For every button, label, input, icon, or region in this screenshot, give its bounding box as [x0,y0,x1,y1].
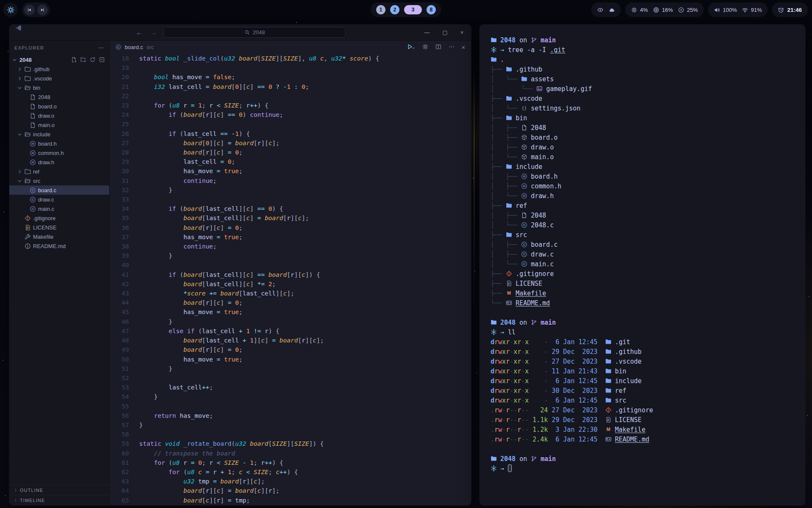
code-line-36[interactable]: 36 board[r][c] = 0; [110,223,471,232]
code-line-51[interactable]: 51 } [110,364,471,373]
code-line-65[interactable]: 65 board[c][r] = tmp; [110,496,471,505]
minimize-button[interactable]: — [424,29,430,36]
code-line-64[interactable]: 64 board[r][c] = board[c][r]; [110,486,471,495]
code-line-40[interactable]: 40 [110,260,471,270]
code-line-38[interactable]: 38 continue; [110,242,471,251]
refresh-button[interactable] [90,57,96,63]
outline-panel[interactable]: OUTLINE [9,485,109,495]
code-line-29[interactable]: 29 last_cell = 0; [110,157,471,166]
explorer-item-main.c[interactable]: Cmain.c [9,204,109,213]
weather-widget[interactable] [591,3,621,17]
explorer-item-Makefile[interactable]: Makefile [9,232,109,241]
explorer-item-2048[interactable]: 2048 [9,92,109,102]
new-folder-button[interactable] [80,57,86,63]
explorer-item-2048[interactable]: 2048 [9,55,109,64]
code-line-31[interactable]: 31 continue; [110,176,471,185]
code-line-62[interactable]: 62 for (u8 c = r + 1; c < SIZE; c++) { [110,467,471,477]
vscode-titlebar[interactable]: ← → 2048 — ▢ × [9,25,471,41]
explorer-item-ref[interactable]: ref [9,167,109,176]
launcher-button[interactable] [3,3,18,17]
system-stats-widget[interactable]: 4% 16% 25% [625,3,704,17]
explorer-item-main.o[interactable]: main.o [9,120,109,130]
media-next-button[interactable] [37,5,48,15]
code-line-45[interactable]: 45 has_move = true; [110,307,471,317]
explorer-item-include[interactable]: include [9,130,109,139]
explorer-item-draw.o[interactable]: draw.o [9,111,109,120]
media-previous-button[interactable] [24,5,35,15]
code-line-23[interactable]: 23 for (u8 r = 1; r < SIZE; r++) { [110,101,471,110]
code-line-37[interactable]: 37 has_move = true; [110,232,471,242]
code-line-30[interactable]: 30 has_move = true; [110,166,471,176]
code-line-22[interactable]: 22 [110,91,471,101]
maximize-button[interactable]: ▢ [442,29,447,36]
code-line-61[interactable]: 61 for (u8 r = 0; r < SIZE - 1; r++) { [110,458,471,467]
code-line-49[interactable]: 49 board[r][c] = 0; [110,345,471,354]
explorer-item-board.c[interactable]: Cboard.c [9,185,109,195]
code-line-60[interactable]: 60 // transpose the board [110,449,471,458]
code-line-48[interactable]: 48 board[last_cell + 1][c] = board[r][c]… [110,336,471,345]
explorer-item-README.md[interactable]: README.md [9,241,109,251]
workspace-3[interactable]: 3 [404,5,422,14]
code-line-33[interactable]: 33 [110,195,471,204]
explorer-item-.github[interactable]: .github [9,64,109,74]
explorer-more-button[interactable] [98,45,104,51]
explorer-item-draw.h[interactable]: Hdraw.h [9,157,109,167]
explorer-item-.gitignore[interactable]: .gitignore [9,213,109,223]
breadcrumb-dir[interactable]: src [146,44,154,50]
split-editor-button[interactable] [435,44,442,50]
code-line-26[interactable]: 26 if (last_cell == -1) { [110,129,471,138]
code-line-56[interactable]: 56 return has_move; [110,411,471,420]
close-window-button[interactable]: × [460,29,464,36]
code-line-47[interactable]: 47 else if (last_cell + 1 != r) { [110,326,471,336]
code-line-35[interactable]: 35 board[last_cell][c] = board[r][c]; [110,213,471,223]
code-line-39[interactable]: 39 } [110,251,471,260]
code-line-34[interactable]: 34 if (board[last_cell][c] == 0) { [110,204,471,213]
editor-settings-button[interactable] [422,44,428,50]
explorer-item-src[interactable]: src [9,176,109,185]
code-line-53[interactable]: 53 last_cell++; [110,383,471,392]
explorer-item-draw.c[interactable]: Cdraw.c [9,195,109,204]
new-file-button[interactable] [71,57,77,63]
explorer-item-common.h[interactable]: Hcommon.h [9,148,109,157]
explorer-item-board.h[interactable]: Hboard.h [9,139,109,148]
terminal-window[interactable]: 2048 on main→ tree -a -I .git.├── .githu… [480,25,805,505]
breadcrumb-file[interactable]: board.c [125,44,143,50]
explorer-item-board.o[interactable]: board.o [9,102,109,111]
command-center-search[interactable]: 2048 [164,27,346,38]
code-line-28[interactable]: 28 board[r][c] = 0; [110,148,471,157]
code-line-20[interactable]: 20 bool has_move = false; [110,72,471,82]
collapse-all-button[interactable] [99,57,105,63]
explorer-item-LICENSE[interactable]: LICENSE [9,223,109,232]
nav-forward-button[interactable]: → [149,29,158,36]
code-line-21[interactable]: 21 i32 last_cell = board[0][c] == 0 ? -1… [110,82,471,91]
explorer-item-bin[interactable]: bin [9,83,109,92]
close-editor-button[interactable]: × [461,44,465,51]
code-line-50[interactable]: 50 has_move = true; [110,355,471,364]
audio-network-widget[interactable]: 100% 91% [708,3,768,17]
editor-more-button[interactable] [448,44,455,50]
code-line-52[interactable]: 52 [110,373,471,383]
code-line-63[interactable]: 63 u32 tmp = board[r][c]; [110,477,471,486]
code-line-25[interactable]: 25 [110,119,471,129]
workspace-1[interactable]: 1 [376,5,386,14]
code-area[interactable]: 18static bool _slide_col(u32 board[SIZE]… [110,53,471,505]
code-line-54[interactable]: 54 } [110,392,471,401]
workspace-2[interactable]: 2 [390,5,400,14]
workspace-8[interactable]: 8 [427,5,436,14]
code-line-24[interactable]: 24 if (board[r][c] == 0) continue; [110,110,471,119]
code-line-18[interactable]: 18static bool _slide_col(u32 board[SIZE]… [110,54,471,63]
code-line-57[interactable]: 57} [110,420,471,430]
explorer-item-.vscode[interactable]: .vscode [9,74,109,83]
nav-back-button[interactable]: ← [135,29,143,36]
code-line-44[interactable]: 44 board[r][c] = 0; [110,298,471,307]
code-line-27[interactable]: 27 board[0][c] = board[r][c]; [110,138,471,148]
timeline-panel[interactable]: TIMELINE [9,495,109,505]
code-line-42[interactable]: 42 board[last_cell][c] *= 2; [110,279,471,289]
code-line-43[interactable]: 43 *score += board[last_cell][c]; [110,289,471,298]
code-line-55[interactable]: 55 [110,402,471,411]
code-line-58[interactable]: 58 [110,430,471,439]
clock-widget[interactable]: 21:46 [772,3,808,17]
code-line-46[interactable]: 46 } [110,317,471,326]
run-button[interactable] [407,44,415,50]
code-line-59[interactable]: 59static void _rotate_board(u32 board[SI… [110,439,471,448]
